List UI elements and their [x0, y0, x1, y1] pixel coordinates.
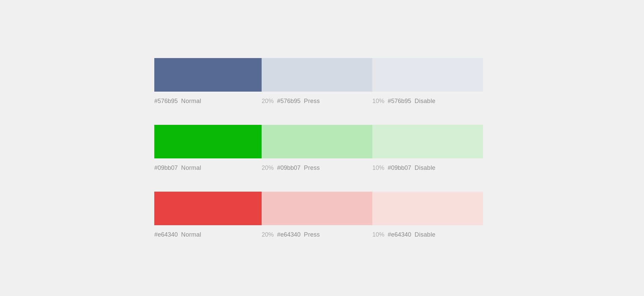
label-group-normal-blue: #576b95 Normal	[154, 98, 262, 105]
color-row-blue: #576b95 Normal 20% #576b95 Press 10% #57…	[154, 58, 490, 105]
label-group-disable-green: 10% #09bb07 Disable	[372, 164, 483, 171]
label-group-normal-green: #09bb07 Normal	[154, 164, 262, 171]
hex-press-blue: #576b95	[277, 98, 301, 105]
color-row-green: #09bb07 Normal 20% #09bb07 Press 10% #09…	[154, 125, 490, 171]
label-group-disable-blue: 10% #576b95 Disable	[372, 98, 483, 105]
text-disable-green: Disable	[415, 164, 435, 171]
hex-disable-blue: #576b95	[388, 98, 411, 105]
hex-press-green: #09bb07	[277, 164, 301, 171]
hex-normal-red: #e64340	[154, 231, 178, 238]
swatch-press-green	[262, 125, 372, 158]
swatch-normal-blue	[154, 58, 262, 92]
swatch-disable-blue	[372, 58, 483, 92]
text-press-red: Press	[304, 231, 320, 238]
percent-press-green: 20%	[262, 164, 274, 171]
swatch-disable-red	[372, 192, 483, 225]
hex-press-red: #e64340	[277, 231, 301, 238]
label-group-press-blue: 20% #576b95 Press	[262, 98, 372, 105]
percent-press-red: 20%	[262, 231, 274, 238]
text-normal-blue: Normal	[181, 98, 201, 105]
text-normal-red: Normal	[181, 231, 201, 238]
percent-press-blue: 20%	[262, 98, 274, 105]
main-container: #576b95 Normal 20% #576b95 Press 10% #57…	[154, 58, 490, 238]
text-disable-red: Disable	[415, 231, 435, 238]
labels-red: #e64340 Normal 20% #e64340 Press 10% #e6…	[154, 231, 483, 238]
swatch-press-blue	[262, 58, 372, 92]
swatch-normal-red	[154, 192, 262, 225]
swatches-blue	[154, 58, 483, 92]
label-group-press-red: 20% #e64340 Press	[262, 231, 372, 238]
hex-normal-green: #09bb07	[154, 164, 178, 171]
percent-disable-blue: 10%	[372, 98, 384, 105]
label-group-normal-red: #e64340 Normal	[154, 231, 262, 238]
hex-normal-blue: #576b95	[154, 98, 178, 105]
swatch-disable-green	[372, 125, 483, 158]
text-press-blue: Press	[304, 98, 320, 105]
percent-disable-green: 10%	[372, 164, 384, 171]
swatches-green	[154, 125, 483, 158]
label-group-disable-red: 10% #e64340 Disable	[372, 231, 483, 238]
text-disable-blue: Disable	[415, 98, 435, 105]
percent-disable-red: 10%	[372, 231, 384, 238]
hex-disable-green: #09bb07	[388, 164, 411, 171]
text-normal-green: Normal	[181, 164, 201, 171]
swatches-red	[154, 192, 483, 225]
color-row-red: #e64340 Normal 20% #e64340 Press 10% #e6…	[154, 192, 490, 238]
text-press-green: Press	[304, 164, 320, 171]
labels-green: #09bb07 Normal 20% #09bb07 Press 10% #09…	[154, 164, 483, 171]
label-group-press-green: 20% #09bb07 Press	[262, 164, 372, 171]
swatch-normal-green	[154, 125, 262, 158]
labels-blue: #576b95 Normal 20% #576b95 Press 10% #57…	[154, 98, 483, 105]
hex-disable-red: #e64340	[388, 231, 411, 238]
swatch-press-red	[262, 192, 372, 225]
